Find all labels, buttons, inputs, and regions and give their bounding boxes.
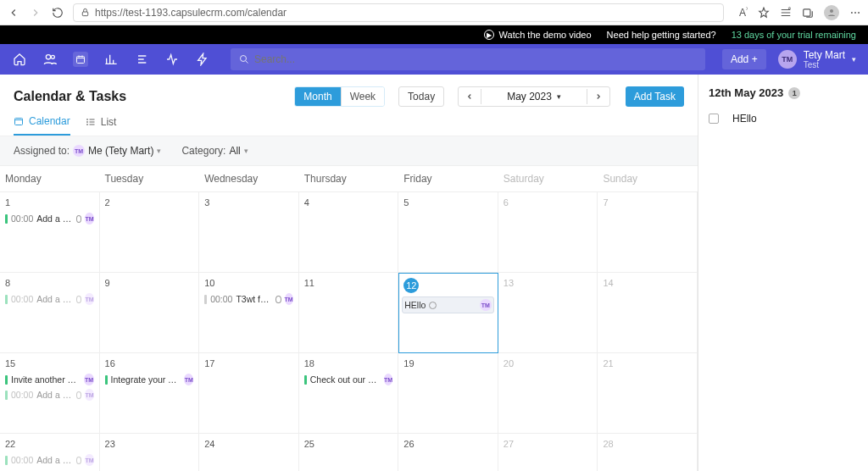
need-help-link[interactable]: Need help getting started? — [607, 30, 716, 40]
month-label: May 2023 — [507, 91, 552, 103]
day-cell[interactable]: 3 — [199, 192, 299, 273]
main-nav: Add + TM Tety Mart Test ▾ — [0, 44, 868, 75]
people-icon[interactable] — [42, 52, 58, 67]
read-aloud-icon[interactable]: A⁾ — [739, 6, 748, 19]
svg-point-5 — [858, 12, 860, 14]
user-menu[interactable]: TM Tety Mart Test ▾ — [778, 50, 856, 69]
calendar-icon[interactable] — [73, 52, 88, 67]
tab-calendar[interactable]: Calendar — [14, 115, 70, 136]
calendar-event[interactable]: Invite another User f...TM — [3, 372, 96, 387]
search-input[interactable] — [254, 53, 697, 65]
side-count-badge: 1 — [788, 87, 800, 99]
page-title: Calendar & Tasks — [14, 89, 286, 104]
day-number: 6 — [502, 196, 594, 211]
day-cell[interactable]: 27 — [498, 434, 598, 471]
event-title: Add a Conta... — [36, 390, 73, 400]
repeat-icon — [76, 215, 81, 223]
day-cell[interactable]: 100:00 Add a Conta...TM — [0, 192, 100, 273]
day-cell[interactable]: 11 — [299, 273, 399, 353]
more-icon[interactable] — [849, 7, 861, 19]
calendar-event[interactable]: HElloTM — [402, 296, 494, 313]
svg-rect-8 — [77, 57, 85, 64]
refresh-icon[interactable] — [51, 6, 64, 19]
day-cell[interactable]: 26 — [398, 434, 498, 471]
side-task-title: HEllo — [732, 113, 757, 125]
week-row: 100:00 Add a Conta...TM234567 — [0, 192, 698, 273]
prev-month-button[interactable] — [459, 89, 481, 104]
day-cell[interactable]: 800:00 Add a Conta...TM — [0, 273, 100, 353]
day-cell[interactable]: 6 — [498, 192, 598, 273]
calendar-event[interactable]: 00:00 Add a Conta...TM — [3, 291, 96, 307]
calendar-event[interactable]: Check out our Help C...TM — [303, 372, 395, 387]
activity-icon[interactable] — [164, 52, 180, 67]
day-cell[interactable]: 14 — [598, 273, 698, 353]
assigned-filter[interactable]: Assigned to: TM Me (Tety Mart) ▾ — [14, 145, 161, 157]
assigned-label: Assigned to: — [14, 145, 70, 157]
calendar-event[interactable]: Integrate your Tools f...TM — [103, 372, 196, 387]
month-label-button[interactable]: May 2023▾ — [481, 87, 587, 106]
day-number: 3 — [203, 196, 295, 211]
day-cell[interactable]: 16 Integrate your Tools f...TM — [100, 353, 200, 434]
filters-bar: Assigned to: TM Me (Tety Mart) ▾ Categor… — [0, 136, 698, 165]
collections-icon[interactable] — [802, 7, 814, 19]
week-row: 15 Invite another User f...TM00:00 Add a… — [0, 353, 698, 434]
search-box[interactable] — [231, 48, 705, 70]
day-cell[interactable]: 19 — [398, 353, 498, 434]
home-icon[interactable] — [12, 52, 27, 67]
day-cell[interactable]: 23 — [100, 434, 200, 471]
day-cell[interactable]: 18 Check out our Help C...TM — [299, 353, 399, 434]
calendar-event[interactable]: 00:00 Add a Conta...TM — [3, 452, 96, 468]
day-cell[interactable]: 20 — [498, 353, 598, 434]
view-week[interactable]: Week — [342, 87, 384, 106]
day-cell[interactable]: 21 — [598, 353, 698, 434]
side-task-item[interactable]: HEllo — [709, 113, 858, 125]
side-date-header: 12th May 2023 1 — [709, 86, 858, 99]
day-number: 7 — [601, 196, 693, 211]
assigned-value: Me (Tety Mart) — [88, 145, 153, 157]
checkbox[interactable] — [709, 114, 719, 124]
calendar-event[interactable]: 00:00 T3wt for Ca...TM — [203, 291, 295, 307]
day-number: 17 — [203, 357, 295, 372]
day-cell[interactable]: 25 — [299, 434, 399, 471]
event-title: Add a Conta... — [36, 455, 73, 465]
reports-icon[interactable] — [103, 52, 119, 67]
svg-point-7 — [51, 55, 54, 58]
calendar-grid[interactable]: 100:00 Add a Conta...TM234567800:00 Add … — [0, 192, 698, 471]
back-icon[interactable] — [7, 6, 20, 19]
day-cell[interactable]: 4 — [299, 192, 399, 273]
dayname: Saturday — [498, 166, 598, 191]
tab-list[interactable]: List — [86, 115, 117, 136]
favorite-icon[interactable] — [758, 7, 770, 19]
favorites-bar-icon[interactable] — [780, 7, 792, 19]
event-accent — [5, 295, 8, 304]
day-cell[interactable]: 7 — [598, 192, 698, 273]
today-button[interactable]: Today — [398, 86, 444, 107]
day-cell[interactable]: 17 — [199, 353, 299, 434]
watch-demo-link[interactable]: ▶ Watch the demo video — [484, 30, 592, 40]
view-month[interactable]: Month — [295, 87, 341, 106]
day-cell[interactable]: 24 — [199, 434, 299, 471]
day-cell[interactable]: 15 Invite another User f...TM00:00 Add a… — [0, 353, 100, 434]
add-button[interactable]: Add + — [722, 49, 766, 69]
day-cell[interactable]: 12 HElloTM — [398, 273, 498, 353]
event-time: 00:00 — [210, 294, 232, 304]
day-cell[interactable]: 2 — [100, 192, 200, 273]
day-cell[interactable]: 5 — [398, 192, 498, 273]
profile-icon[interactable] — [824, 5, 839, 20]
calendar-event[interactable]: 00:00 Add a Conta...TM — [3, 387, 96, 402]
category-filter[interactable]: Category: All ▾ — [181, 145, 248, 157]
bolt-icon[interactable] — [195, 52, 210, 67]
tm-badge-icon: TM — [285, 293, 293, 305]
next-month-button[interactable] — [587, 89, 609, 104]
list-nav-icon[interactable] — [134, 52, 149, 67]
forward-icon[interactable] — [29, 6, 42, 19]
calendar-event[interactable]: 00:00 Add a Conta...TM — [3, 211, 96, 226]
day-cell[interactable]: 13 — [498, 273, 598, 353]
add-task-button[interactable]: Add Task — [626, 86, 684, 107]
day-cell[interactable]: 28 — [598, 434, 698, 471]
day-cell[interactable]: 9 — [100, 273, 200, 353]
day-cell[interactable]: 1000:00 T3wt for Ca...TM — [199, 273, 299, 353]
address-field[interactable]: https://test-1193.capsulecrm.com/calenda… — [73, 3, 724, 22]
day-cell[interactable]: 2200:00 Add a Conta...TM — [0, 434, 100, 471]
event-accent — [304, 375, 307, 385]
